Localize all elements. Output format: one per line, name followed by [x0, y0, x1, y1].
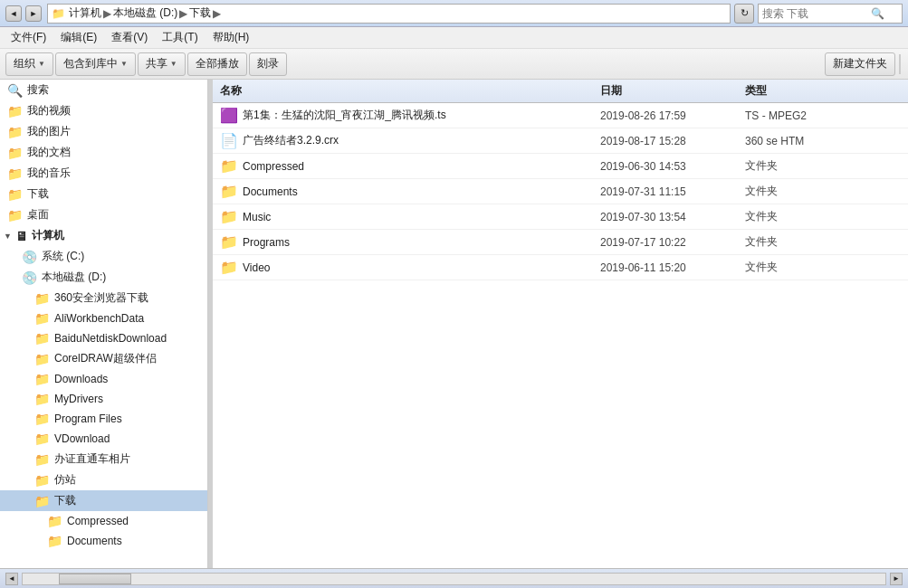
sidebar-folder-vdownload[interactable]: 📁 VDownload [0, 429, 207, 449]
content-header: 名称 日期 类型 [213, 80, 908, 103]
library-arrow: ▼ [120, 60, 128, 68]
sidebar-item-music[interactable]: 📁 我的音乐 [0, 163, 207, 184]
sidebar-folder-baidu[interactable]: 📁 BaiduNetdiskDownload [0, 328, 207, 348]
share-label: 共享 [146, 56, 167, 71]
sidebar-folder-xiazai[interactable]: 📁 下载 [0, 490, 207, 511]
breadcrumb-drive[interactable]: 本地磁盘 (D:) [113, 5, 177, 21]
sidebar-folder-360[interactable]: 📁 360安全浏览器下载 [0, 288, 207, 308]
scroll-left-btn[interactable]: ◄ [5, 573, 18, 585]
search-box[interactable]: 🔍 [758, 4, 903, 24]
library-button[interactable]: 包含到库中 ▼ [55, 52, 136, 76]
menu-help[interactable]: 帮助(H) [205, 28, 257, 47]
sidebar-subfolder-compressed[interactable]: 📁 Compressed [0, 511, 207, 531]
sidebar-subfolder-documents[interactable]: 📁 Documents [0, 531, 207, 551]
burn-button[interactable]: 刻录 [249, 52, 287, 76]
search-icon: 🔍 [7, 83, 23, 98]
file-name-ts: 🟪 第1集：生猛的沈阳_宵夜江湖_腾讯视频.ts [220, 107, 600, 124]
library-label: 包含到库中 [63, 56, 118, 71]
file-type-music: 文件夹 [745, 209, 901, 224]
sidebar-folder-fangzhan[interactable]: 📁 仿站 [0, 469, 207, 490]
folder-icon: 📁 [34, 494, 50, 508]
file-row-compressed[interactable]: 📁 Compressed 2019-06-30 14:53 文件夹 [213, 154, 908, 179]
forward-button[interactable]: ► [25, 5, 42, 22]
file-date-compressed: 2019-06-30 14:53 [600, 160, 745, 173]
title-nav: 📁 计算机 ▶ 本地磁盘 (D:) ▶ 下载 ▶ ↻ 🔍 [47, 4, 903, 24]
sidebar-item-downloads[interactable]: 📁 下载 [0, 184, 207, 204]
sidebar-folder-corel[interactable]: 📁 CorelDRAW超级伴侣 [0, 348, 207, 369]
crx-file-icon: 📄 [220, 132, 238, 149]
folder-music-icon: 📁 [220, 208, 238, 225]
scroll-right-btn[interactable]: ► [890, 573, 903, 585]
content-area: 名称 日期 类型 🟪 第1集：生猛的沈阳_宵夜江湖_腾讯视频.ts 2019-0… [213, 80, 908, 568]
computer-icon: 🖥 [15, 229, 28, 243]
file-row-ts[interactable]: 🟪 第1集：生猛的沈阳_宵夜江湖_腾讯视频.ts 2019-08-26 17:5… [213, 103, 908, 128]
sidebar-folder-downloads[interactable]: 📁 Downloads [0, 369, 207, 389]
menu-bar: 文件(F) 编辑(E) 查看(V) 工具(T) 帮助(H) [0, 27, 908, 49]
file-type-ts: TS - MPEG2 [745, 109, 901, 122]
folder-icon: 📁 [7, 208, 23, 223]
refresh-button[interactable]: ↻ [734, 4, 754, 24]
horizontal-scrollbar[interactable] [22, 573, 886, 585]
folder-icon: 📁 [52, 7, 65, 20]
sidebar-item-documents[interactable]: 📁 我的文档 [0, 142, 207, 163]
column-name-header[interactable]: 名称 [220, 83, 600, 99]
status-bar: ◄ ► [0, 568, 908, 588]
menu-edit[interactable]: 编辑(E) [53, 28, 104, 47]
file-name-video: 📁 Video [220, 259, 600, 276]
folder-icon: 📁 [34, 452, 50, 467]
file-row-video[interactable]: 📁 Video 2019-06-11 15:20 文件夹 [213, 255, 908, 280]
menu-tools[interactable]: 工具(T) [155, 28, 205, 47]
burn-label: 刻录 [257, 56, 279, 71]
sidebar-drive-c[interactable]: 💿 系统 (C:) [0, 246, 207, 267]
column-date-header[interactable]: 日期 [600, 83, 745, 99]
breadcrumb-current[interactable]: 下载 [189, 5, 211, 21]
sidebar-folder-banzheng[interactable]: 📁 办证直通车相片 [0, 449, 207, 469]
sidebar-item-desktop[interactable]: 📁 桌面 [0, 204, 207, 225]
breadcrumb-computer[interactable]: 计算机 [69, 5, 101, 21]
folder-icon: 📁 [34, 311, 50, 326]
sidebar-item-videos[interactable]: 📁 我的视频 [0, 100, 207, 121]
file-name-compressed: 📁 Compressed [220, 157, 600, 175]
sidebar-item-search[interactable]: 🔍 搜索 [0, 80, 207, 100]
file-type-documents: 文件夹 [745, 184, 901, 199]
folder-icon: 📁 [47, 534, 62, 548]
organize-button[interactable]: 组织 ▼ [5, 52, 53, 76]
new-folder-button[interactable]: 新建文件夹 [825, 52, 895, 76]
folder-icon: 📁 [34, 372, 50, 386]
drive-d-icon: 💿 [22, 270, 37, 285]
file-date-documents: 2019-07-31 11:15 [600, 185, 745, 198]
back-button[interactable]: ◄ [5, 5, 22, 22]
sidebar: 🔍 搜索 📁 我的视频 📁 我的图片 📁 我的文档 📁 我的音乐 📁 下载 📁 … [0, 80, 208, 568]
breadcrumb-bar[interactable]: 📁 计算机 ▶ 本地磁盘 (D:) ▶ 下载 ▶ [47, 4, 731, 24]
folder-icon: 📁 [7, 125, 23, 139]
menu-view[interactable]: 查看(V) [104, 28, 155, 47]
search-input[interactable] [762, 7, 871, 20]
sidebar-folder-programfiles[interactable]: 📁 Program Files [0, 409, 207, 429]
sidebar-folder-mydrivers[interactable]: 📁 MyDrivers [0, 389, 207, 409]
column-type-header[interactable]: 类型 [745, 83, 901, 99]
sidebar-folder-ali[interactable]: 📁 AliWorkbenchData [0, 308, 207, 328]
drive-c-icon: 💿 [22, 250, 37, 264]
folder-icon: 📁 [34, 331, 50, 346]
file-row-programs[interactable]: 📁 Programs 2019-07-17 10:22 文件夹 [213, 230, 908, 255]
breadcrumb-sep-2: ▶ [179, 7, 187, 20]
file-name-documents: 📁 Documents [220, 183, 600, 200]
file-name-crx: 📄 广告终结者3.2.9.crx [220, 132, 600, 149]
menu-file[interactable]: 文件(F) [4, 28, 53, 47]
scrollbar-thumb[interactable] [59, 574, 131, 584]
share-button[interactable]: 共享 ▼ [138, 52, 186, 76]
organize-arrow: ▼ [38, 60, 45, 68]
folder-icon: 📁 [34, 412, 50, 426]
breadcrumb-sep-3: ▶ [213, 7, 221, 20]
file-row-crx[interactable]: 📄 广告终结者3.2.9.crx 2019-08-17 15:28 360 se… [213, 128, 908, 154]
sidebar-drive-d[interactable]: 💿 本地磁盘 (D:) [0, 267, 207, 288]
file-type-crx: 360 se HTM [745, 135, 901, 147]
organize-label: 组织 [14, 56, 35, 71]
folder-icon: 📁 [7, 146, 23, 160]
sidebar-computer-header[interactable]: ▼ 🖥 计算机 [0, 225, 207, 246]
file-date-programs: 2019-07-17 10:22 [600, 236, 745, 249]
file-row-documents[interactable]: 📁 Documents 2019-07-31 11:15 文件夹 [213, 179, 908, 204]
sidebar-item-pictures[interactable]: 📁 我的图片 [0, 121, 207, 142]
file-row-music[interactable]: 📁 Music 2019-07-30 13:54 文件夹 [213, 204, 908, 230]
play-all-button[interactable]: 全部播放 [187, 52, 247, 76]
